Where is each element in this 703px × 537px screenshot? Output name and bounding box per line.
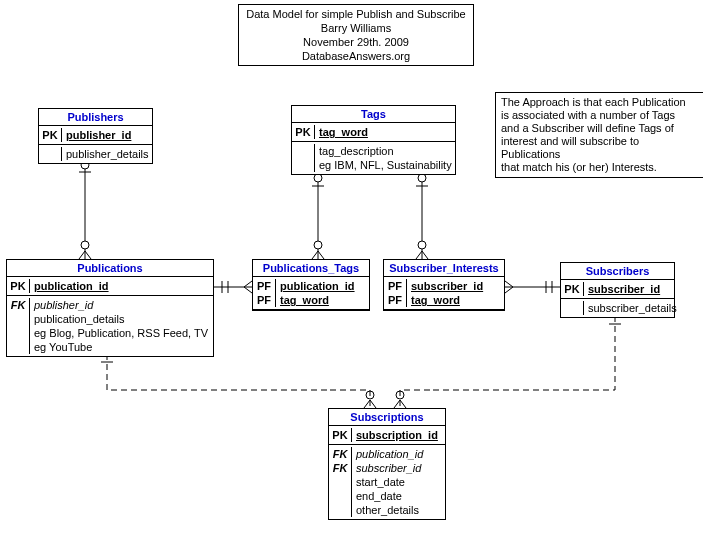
entity-header: Subscribers — [560, 262, 675, 280]
svg-line-30 — [364, 400, 370, 408]
svg-point-12 — [314, 174, 322, 182]
svg-line-9 — [244, 281, 252, 287]
entity-header: Publications — [6, 259, 214, 277]
entity-publications-tags: Publications_Tags PFpublication_id PFtag… — [252, 259, 370, 311]
entity-subscriber-interests: Subscriber_Interests PFsubscriber_id PFt… — [383, 259, 505, 311]
entity-tags: Tags PKtag_word tag_description eg IBM, … — [291, 105, 456, 175]
entity-subscriptions: Subscriptions PKsubscription_id FKpublic… — [328, 408, 446, 520]
title-line4: DatabaseAnswers.org — [245, 49, 467, 63]
diagram-title: Data Model for simple Publish and Subscr… — [238, 4, 474, 66]
entity-publications: Publications PKpublication_id FKpublishe… — [6, 259, 214, 357]
entity-header: Publications_Tags — [252, 259, 370, 277]
svg-line-22 — [422, 251, 428, 259]
entity-header: Tags — [291, 105, 456, 123]
svg-line-10 — [244, 287, 252, 293]
svg-line-26 — [505, 281, 513, 287]
svg-point-3 — [81, 241, 89, 249]
svg-line-5 — [85, 251, 91, 259]
svg-line-15 — [312, 251, 318, 259]
svg-point-35 — [396, 391, 404, 399]
svg-line-16 — [318, 251, 324, 259]
svg-line-36 — [394, 400, 400, 408]
svg-line-37 — [400, 400, 406, 408]
title-line1: Data Model for simple Publish and Subscr… — [245, 7, 467, 21]
entity-header: Subscriber_Interests — [383, 259, 505, 277]
svg-line-31 — [370, 400, 376, 408]
title-line2: Barry Williams — [245, 21, 467, 35]
svg-point-29 — [366, 391, 374, 399]
entity-header: Publishers — [38, 108, 153, 126]
svg-line-27 — [505, 287, 513, 293]
svg-line-4 — [79, 251, 85, 259]
svg-point-20 — [418, 241, 426, 249]
approach-note: The Approach is that each Publication is… — [495, 92, 703, 178]
entity-subscribers: Subscribers PKsubscriber_id subscriber_d… — [560, 262, 675, 318]
svg-point-18 — [418, 174, 426, 182]
svg-point-14 — [314, 241, 322, 249]
svg-line-21 — [416, 251, 422, 259]
entity-publishers: Publishers PKpublisher_id publisher_deta… — [38, 108, 153, 164]
title-line3: November 29th. 2009 — [245, 35, 467, 49]
entity-header: Subscriptions — [328, 408, 446, 426]
